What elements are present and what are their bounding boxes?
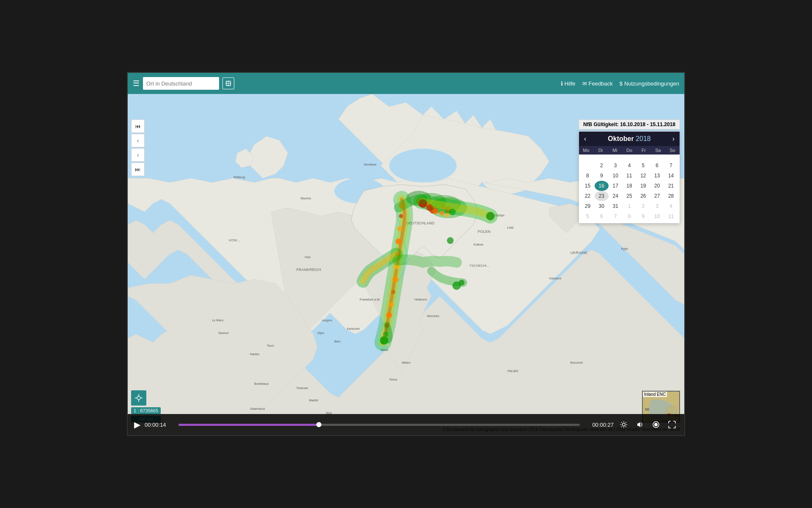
calendar-day[interactable]: 8 <box>623 211 636 221</box>
hilfe-link[interactable]: ℹ Hilfe <box>561 80 576 87</box>
weekday-so: So <box>665 146 680 155</box>
calendar-day[interactable]: 12 <box>636 171 650 181</box>
calendar-day[interactable]: 3 <box>609 160 623 171</box>
calendar-next-button[interactable]: › <box>672 135 675 143</box>
calendar-day[interactable]: 2 <box>595 160 609 171</box>
first-frame-button[interactable]: ⏮ <box>131 119 145 133</box>
calendar-day[interactable]: 5 <box>636 160 650 171</box>
calendar-day[interactable]: 21 <box>664 181 678 191</box>
calendar-day[interactable]: 24 <box>609 191 623 201</box>
svg-text:Katowice: Katowice <box>549 277 561 280</box>
record-button[interactable] <box>650 419 662 431</box>
calendar-day[interactable]: 9 <box>636 211 650 221</box>
next-frame-button[interactable]: › <box>131 148 145 162</box>
progress-bar[interactable] <box>178 424 580 426</box>
header-left: ☰ <box>133 77 234 90</box>
location-icon-button[interactable] <box>222 77 234 89</box>
calendar-day[interactable]: 29 <box>581 201 595 211</box>
calendar-day[interactable]: 11 <box>664 211 678 221</box>
svg-text:Le Mans: Le Mans <box>212 319 223 322</box>
settings-button[interactable] <box>618 419 630 431</box>
nfb-range: 16.10.2018 - 15.11.2018 <box>620 121 675 127</box>
calendar-day[interactable]: 10 <box>650 211 664 221</box>
hilfe-label: Hilfe <box>565 80 576 87</box>
svg-text:Milano: Milano <box>402 361 411 364</box>
map-area[interactable]: DEUTSCHLAND FRANKREICH POLEN UKRAINE KÖN… <box>128 94 684 435</box>
svg-text:56: 56 <box>645 407 649 411</box>
calendar-day[interactable]: 4 <box>664 201 678 211</box>
svg-text:Manche: Manche <box>301 197 311 200</box>
calendar-day[interactable]: 14 <box>664 171 678 181</box>
calendar-day[interactable]: 18 <box>623 181 636 191</box>
calendar-day[interactable]: 23 <box>595 191 609 201</box>
calendar-day[interactable]: 6 <box>650 160 664 171</box>
calendar-day[interactable]: 25 <box>623 191 636 201</box>
svg-text:Krakow: Krakow <box>474 243 484 246</box>
feedback-link[interactable]: ✉ Feedback <box>582 80 613 87</box>
svg-text:Saumur: Saumur <box>218 331 229 334</box>
calendar-day <box>609 156 623 160</box>
minimap-label: Inland ENC <box>643 392 667 397</box>
calendar-day[interactable]: 26 <box>636 191 650 201</box>
calendar-day[interactable]: 19 <box>636 181 650 191</box>
svg-text:Torino: Torino <box>389 378 397 381</box>
calendar-day[interactable]: 16 <box>595 181 609 191</box>
hamburger-button[interactable]: ☰ <box>133 79 140 88</box>
record-icon <box>652 421 660 428</box>
nutzungsbedingungen-link[interactable]: $ Nutzungsbedingungen <box>620 80 679 87</box>
calendar-title: Oktober 2018 <box>608 135 650 143</box>
play-button[interactable]: ▶ <box>134 420 140 430</box>
calendar-day[interactable]: 30 <box>595 201 609 211</box>
svg-point-61 <box>386 312 392 318</box>
weekday-sa: Sa <box>651 146 665 155</box>
feedback-icon: ✉ <box>582 80 587 87</box>
nfb-validity-bar: NfB Gültigkeit: 16.10.2018 - 15.11.2018 <box>579 119 680 130</box>
calendar-day[interactable]: 8 <box>581 171 595 181</box>
fullscreen-icon <box>668 421 676 428</box>
calendar-day[interactable]: 17 <box>609 181 623 191</box>
svg-text:Toulouse: Toulouse <box>296 387 308 389</box>
calendar-day <box>581 160 595 171</box>
svg-text:Tours: Tours <box>267 344 274 347</box>
calendar-day[interactable]: 7 <box>664 160 678 171</box>
calendar-day[interactable]: 2 <box>636 201 650 211</box>
calendar-day[interactable]: 9 <box>595 171 609 181</box>
calendar-day[interactable]: 22 <box>581 191 595 201</box>
svg-text:Kyjiw: Kyjiw <box>621 247 628 251</box>
progress-thumb[interactable] <box>316 422 321 427</box>
calendar-day[interactable]: 28 <box>664 191 678 201</box>
calendar-day[interactable]: 27 <box>650 191 664 201</box>
calendar-day[interactable]: 10 <box>609 171 623 181</box>
search-input[interactable] <box>143 77 219 90</box>
fullscreen-button[interactable] <box>666 419 678 431</box>
svg-point-67 <box>447 237 454 244</box>
last-frame-button[interactable]: ⏭ <box>131 163 145 176</box>
calendar-day[interactable]: 31 <box>609 201 623 211</box>
current-time: 00:00:14 <box>145 422 174 428</box>
calendar-day[interactable]: 15 <box>581 181 595 191</box>
svg-point-75 <box>137 396 140 400</box>
calendar-year-val: 2018 <box>636 135 651 142</box>
calendar-day[interactable]: 6 <box>595 211 609 221</box>
my-location-button[interactable] <box>131 390 146 406</box>
svg-text:KÖNI...: KÖNI... <box>229 238 240 242</box>
calendar-header: ‹ Oktober 2018 › <box>579 132 680 146</box>
calendar-day[interactable]: 20 <box>650 181 664 191</box>
calendar-day[interactable]: 7 <box>609 211 623 221</box>
calendar-day[interactable]: 11 <box>623 171 636 181</box>
volume-button[interactable] <box>634 419 646 431</box>
prev-frame-button[interactable]: ‹ <box>131 134 145 147</box>
svg-text:Bordeaux: Bordeaux <box>254 382 269 386</box>
calendar-day[interactable]: 1 <box>623 201 636 211</box>
calendar-day[interactable]: 4 <box>623 160 636 171</box>
svg-text:Dijon: Dijon <box>318 331 324 335</box>
svg-point-88 <box>654 423 658 426</box>
svg-text:POLEN: POLEN <box>477 229 490 234</box>
weekday-mo: Mo <box>579 146 593 155</box>
calendar-prev-button[interactable]: ‹ <box>584 135 586 143</box>
calendar-day[interactable]: 5 <box>581 211 595 221</box>
calendar-day[interactable]: 13 <box>650 171 664 181</box>
calendar-day[interactable]: 3 <box>650 201 664 211</box>
nutzungsbedingungen-icon: $ <box>620 80 623 87</box>
svg-point-65 <box>486 212 494 221</box>
